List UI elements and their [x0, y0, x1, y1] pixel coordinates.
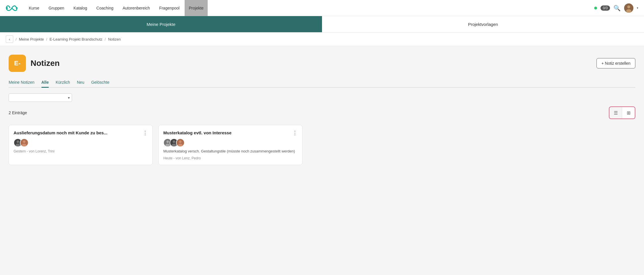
svg-point-16 — [172, 144, 176, 146]
nav-gruppen[interactable]: Gruppen — [45, 0, 68, 16]
filter-row — [9, 93, 635, 102]
page-title: Notizen — [31, 59, 60, 68]
notes-grid: Auslieferungsdatum noch mit Kunde zu bes… — [9, 125, 635, 165]
breadcrumb-sep-1: / — [16, 37, 17, 41]
svg-point-10 — [22, 144, 26, 146]
note-title-2: Musterkatalog evtl. von Interesse — [163, 130, 290, 135]
note-card-header-1: Auslieferungsdatum noch mit Kunde zu bes… — [14, 130, 148, 135]
svg-point-3 — [627, 5, 630, 8]
grid-view-button[interactable]: ⊞ — [622, 107, 635, 119]
tab-geloeschte[interactable]: Gelöschte — [91, 80, 109, 88]
tab-meine-notizen[interactable]: Meine Notizen — [9, 80, 35, 88]
project-icon: E- — [9, 55, 26, 72]
main-tab-bar: Meine Projekte Projektvorlagen — [0, 16, 644, 33]
back-icon: ‹ — [9, 37, 10, 41]
nav-autorenbereich[interactable]: Autorenbereich — [119, 0, 154, 16]
navbar: Kurse Gruppen Katalog Coaching Autorenbe… — [0, 0, 644, 16]
task-badge[interactable]: 0/3 — [601, 5, 610, 11]
note-card-2[interactable]: Musterkatalog evtl. von Interesse ⋮ Must… — [158, 125, 302, 165]
back-button[interactable]: ‹ — [6, 35, 13, 43]
note-card-header-2: Musterkatalog evtl. von Interesse ⋮ — [163, 130, 298, 135]
nav-coaching[interactable]: Coaching — [92, 0, 118, 16]
status-indicator — [594, 7, 597, 9]
list-view-icon: ☰ — [614, 110, 618, 116]
nav-kurse[interactable]: Kurse — [25, 0, 43, 16]
svg-point-19 — [178, 144, 183, 146]
breadcrumb: ‹ / Meine Projekte / E-Learning Projekt … — [0, 33, 644, 46]
note-menu-button-2[interactable]: ⋮ — [292, 130, 298, 135]
nav-projekte[interactable]: Projekte — [185, 0, 207, 16]
nav-katalog[interactable]: Katalog — [69, 0, 91, 16]
svg-point-1 — [16, 7, 18, 9]
filter-dropdown-wrapper — [9, 93, 72, 102]
tab-projektvorlagen[interactable]: Projektvorlagen — [322, 16, 644, 32]
breadcrumb-sep-3: / — [105, 37, 106, 41]
entries-count: 2 Einträge — [9, 110, 27, 115]
svg-point-4 — [626, 9, 631, 13]
note-avatars-1 — [14, 138, 148, 147]
avatar[interactable] — [624, 3, 633, 13]
note-avatar-2c — [176, 138, 185, 147]
svg-point-15 — [173, 140, 175, 143]
svg-point-0 — [6, 7, 8, 9]
svg-point-13 — [165, 144, 170, 146]
note-body-2: Musterkatalog versch. Gestaltungstile (m… — [163, 149, 298, 154]
view-toggle: ☰ ⊞ — [609, 106, 635, 119]
svg-point-6 — [17, 140, 19, 143]
svg-point-18 — [179, 140, 182, 143]
sub-tab-bar: Meine Notizen Alle Kürzlich Neu Gelöscht… — [9, 80, 635, 88]
svg-point-12 — [166, 140, 169, 143]
svg-point-7 — [16, 144, 20, 146]
note-card-1[interactable]: Auslieferungsdatum noch mit Kunde zu bes… — [9, 125, 153, 165]
tab-kuerzlich[interactable]: Kürzlich — [56, 80, 70, 88]
page-header-left: E- Notizen — [9, 55, 60, 72]
count-view-row: 2 Einträge ☰ ⊞ — [9, 106, 635, 119]
logo[interactable] — [6, 4, 18, 12]
note-avatars-2 — [163, 138, 298, 147]
breadcrumb-sep-2: / — [46, 37, 47, 41]
filter-dropdown[interactable] — [9, 93, 72, 102]
list-view-button[interactable]: ☰ — [609, 107, 622, 119]
grid-view-icon: ⊞ — [627, 110, 630, 116]
breadcrumb-projekt[interactable]: E-Learning Projekt Brandschutz — [50, 37, 103, 41]
tab-meine-projekte[interactable]: Meine Projekte — [0, 16, 322, 32]
note-meta-2: Heute - von Lenz, Pedro — [163, 156, 298, 160]
svg-point-9 — [23, 140, 26, 143]
note-title-1: Auslieferungsdatum noch mit Kunde zu bes… — [14, 130, 140, 135]
note-avatar-1b — [20, 138, 29, 147]
breadcrumb-meine-projekte[interactable]: Meine Projekte — [19, 37, 44, 41]
tab-alle[interactable]: Alle — [41, 80, 49, 88]
page-header: E- Notizen + Notiz erstellen — [9, 55, 635, 72]
tab-neu[interactable]: Neu — [77, 80, 84, 88]
avatar-caret[interactable]: ▾ — [637, 6, 638, 9]
breadcrumb-current: Notizen — [108, 37, 121, 41]
search-icon[interactable]: 🔍 — [613, 5, 621, 12]
note-menu-button-1[interactable]: ⋮ — [143, 130, 148, 135]
note-meta-1: Gestern - von Lorenz, Trini — [14, 149, 148, 153]
create-note-button[interactable]: + Notiz erstellen — [596, 58, 635, 68]
navbar-right: 0/3 🔍 ▾ — [594, 3, 638, 13]
page-content: E- Notizen + Notiz erstellen Meine Notiz… — [0, 46, 644, 272]
nav-fragenpool[interactable]: Fragenpool — [155, 0, 184, 16]
